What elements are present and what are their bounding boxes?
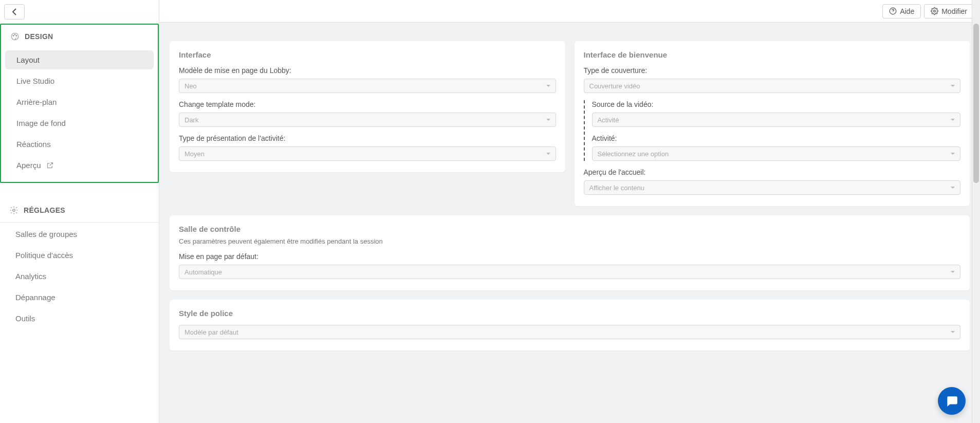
reglages-nav-list: Salles de groupes Politique d'accès Anal… [0,223,159,335]
font-style-title: Style de police [179,309,960,318]
chevron-down-icon [951,153,955,155]
home-preview-label: Aperçu de l'accueil: [584,168,961,176]
video-source-label: Source de la vidéo: [592,100,961,108]
activity-label: Activité: [592,134,961,142]
control-room-card: Salle de contrôle Ces paramètres peuvent… [170,215,970,290]
sidebar-item-label: Outils [15,314,35,323]
template-mode-select[interactable]: Dark [179,113,556,127]
select-value: Modèle par défaut [184,328,238,336]
select-value: Neo [184,82,197,90]
template-mode-label: Change template mode: [179,100,556,108]
modify-button-label: Modifier [941,7,967,15]
select-value: Moyen [184,150,205,158]
svg-point-2 [14,34,15,35]
home-preview-select[interactable]: Afficher le contenu [584,180,961,195]
video-source-select[interactable]: Activité [592,113,961,127]
sidebar-item-label: Analytics [15,272,46,281]
sidebar-item-politique-acces[interactable]: Politique d'accès [4,246,155,265]
sidebar-item-label: Dépannage [15,293,56,302]
gear-icon [9,206,19,215]
chevron-down-icon [546,119,550,121]
sidebar-item-depannage[interactable]: Dépannage [4,288,155,307]
select-value: Afficher le contenu [589,184,644,192]
chevron-down-icon [546,85,550,87]
lobby-layout-select[interactable]: Neo [179,79,556,93]
svg-point-4 [13,209,15,212]
sidebar-item-apercu[interactable]: Aperçu [5,156,154,175]
sidebar-item-analytics[interactable]: Analytics [4,267,155,286]
sidebar-item-reactions[interactable]: Réactions [5,135,154,154]
welcome-card-title: Interface de bienvenue [584,50,961,59]
cover-type-label: Type de couverture: [584,66,961,75]
sidebar-item-label: Layout [16,56,40,64]
sidebar-item-label: Salles de groupes [15,230,77,238]
select-value: Automatique [184,268,222,276]
sidebar-item-label: Live Studio [16,77,54,85]
scrollbar-thumb[interactable] [973,24,979,183]
presentation-type-select[interactable]: Moyen [179,146,556,161]
external-link-icon [46,161,54,169]
default-layout-select[interactable]: Automatique [179,265,960,279]
sidebar-item-image-de-fond[interactable]: Image de fond [5,114,154,133]
chevron-down-icon [951,119,955,121]
palette-icon [10,32,20,41]
chat-icon [945,394,958,408]
font-style-select[interactable]: Modèle par défaut [179,325,960,339]
topbar: Aide Modifier [159,0,980,23]
chevron-down-icon [951,85,955,87]
chevron-down-icon [951,187,955,189]
chevron-down-icon [951,331,955,333]
control-room-subtitle: Ces paramètres peuvent également être mo… [179,237,960,245]
default-layout-label: Mise en page par défaut: [179,252,960,261]
svg-point-3 [16,35,17,36]
chevron-down-icon [546,153,550,155]
sidebar-item-arriere-plan[interactable]: Arrière-plan [5,93,154,112]
sidebar-item-live-studio[interactable]: Live Studio [5,71,154,90]
help-icon [889,7,897,15]
sidebar-item-label: Aperçu [16,161,41,170]
reglages-header-label: RÉGLAGES [24,206,65,214]
gear-icon [931,7,938,15]
select-value: Couverture vidéo [589,82,640,90]
reglages-header: RÉGLAGES [0,198,159,223]
select-value: Dark [184,116,198,124]
presentation-type-label: Type de présentation de l'activité: [179,134,556,142]
design-header-label: DESIGN [25,32,53,41]
chevron-left-icon [12,8,17,15]
activity-select[interactable]: Sélectionnez une option [592,146,961,161]
design-header: DESIGN [1,25,158,48]
select-value: Sélectionnez une option [598,150,669,158]
sidebar-item-label: Arrière-plan [16,98,57,106]
interface-card: Interface Modèle de mise en page du Lobb… [170,41,565,172]
sidebar-item-outils[interactable]: Outils [4,309,155,328]
help-button[interactable]: Aide [882,4,921,19]
sidebar: DESIGN Layout Live Studio Arrière-plan I… [0,0,159,423]
cover-type-select[interactable]: Couverture vidéo [584,79,961,93]
welcome-interface-card: Interface de bienvenue Type de couvertur… [575,41,970,206]
vertical-scrollbar[interactable] [972,0,980,423]
content-area: Interface Modèle de mise en page du Lobb… [159,23,980,423]
sidebar-item-label: Image de fond [16,119,66,127]
back-button[interactable] [4,4,25,20]
sidebar-item-label: Réactions [16,140,51,149]
svg-point-6 [934,10,936,12]
chat-widget-button[interactable] [938,387,966,415]
lobby-layout-label: Modèle de mise en page du Lobby: [179,66,556,75]
sidebar-item-salles-de-groupes[interactable]: Salles de groupes [4,225,155,244]
interface-card-title: Interface [179,50,556,59]
font-style-card: Style de police Modèle par défaut [170,300,970,351]
modify-button[interactable]: Modifier [924,4,974,19]
design-nav-list: Layout Live Studio Arrière-plan Image de… [1,48,158,182]
help-button-label: Aide [900,7,914,15]
chevron-down-icon [951,271,955,273]
svg-point-1 [13,35,14,36]
reglages-section: RÉGLAGES Salles de groupes Politique d'a… [0,198,159,335]
main-content: Aide Modifier Interface [159,0,980,423]
control-room-title: Salle de contrôle [179,225,960,233]
sidebar-item-layout[interactable]: Layout [5,50,154,69]
design-section: DESIGN Layout Live Studio Arrière-plan I… [0,24,159,183]
sidebar-item-label: Politique d'accès [15,251,73,260]
select-value: Activité [598,116,619,124]
